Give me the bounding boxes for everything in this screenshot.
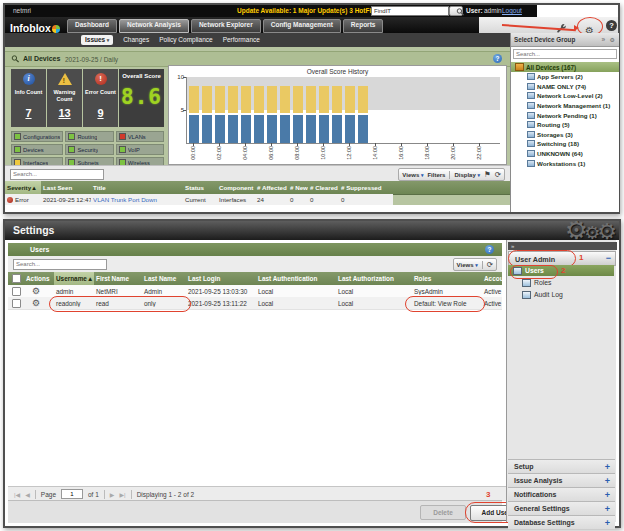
tree-item-network-management-1-[interactable]: Network Management (1) [511, 101, 619, 111]
last-authorization-cell: Local [336, 300, 412, 307]
tree-item-network-pending-1-[interactable]: Network Pending (1) [511, 110, 619, 120]
counter-value[interactable]: 9 [83, 107, 118, 119]
display-button[interactable]: Display ▾ [454, 172, 480, 178]
issues-header-title[interactable]: Title [91, 181, 183, 194]
accordion-database-settings[interactable]: Database Settings+ [508, 515, 615, 529]
select-all-checkbox[interactable] [12, 274, 21, 283]
tree-item-routing-5-[interactable]: Routing (5) [511, 120, 619, 130]
issues-header-cleared[interactable]: # Cleared [308, 181, 339, 194]
filters-button[interactable]: Filters [427, 172, 445, 178]
refresh-icon[interactable]: ⟳ [487, 260, 493, 269]
refresh-icon[interactable]: ⟳ [495, 170, 501, 179]
row-checkbox[interactable] [12, 299, 21, 308]
nav-tab-network-analysis[interactable]: Network Analysis [119, 19, 189, 33]
expand-plus-icon[interactable]: + [605, 490, 610, 500]
users-header-actions[interactable]: Actions [24, 272, 54, 285]
tree-item-unknown-64-[interactable]: UNKNOWN (64) [511, 149, 619, 159]
users-help-icon[interactable]: ? [485, 245, 494, 254]
users-header-last-authentication[interactable]: Last Authentication [256, 272, 336, 285]
sidebar-item-audit-log[interactable]: Audit Log [516, 289, 614, 300]
counter-value[interactable]: 7 [11, 107, 46, 119]
category-configurations[interactable]: Configurations [11, 131, 63, 142]
scope-group-name[interactable]: All Devices [23, 55, 60, 62]
issues-header-status[interactable]: Status [183, 181, 217, 194]
issues-header-affected[interactable]: # Affected [255, 181, 288, 194]
users-header-last-name[interactable]: Last Name [142, 272, 186, 285]
tree-item-name-only-74-[interactable]: NAME ONLY (74) [511, 82, 619, 92]
tree-item-network-low-level-2-[interactable]: Network Low-Level (2) [511, 91, 619, 101]
users-header-first-name[interactable]: First Name [94, 272, 142, 285]
nav-tab-dashboard[interactable]: Dashboard [67, 19, 117, 33]
issues-header-component[interactable]: Component [217, 181, 255, 194]
users-header-username[interactable]: Username ▲ [54, 272, 94, 285]
dashboard-help-icon[interactable]: ? [493, 54, 502, 63]
users-search-input[interactable] [13, 259, 107, 270]
users-views-button[interactable]: Views ▾ [457, 262, 478, 268]
accordion-general-settings[interactable]: General Settings+ [508, 501, 615, 515]
findit-search-input[interactable] [371, 6, 449, 16]
sub-tab-changes[interactable]: Changes [123, 35, 149, 45]
nav-tab-network-explorer[interactable]: Network Explorer [191, 19, 261, 33]
category-vlans[interactable]: VLANs [116, 131, 164, 142]
tree-item-workstations-1-[interactable]: Workstations (1) [511, 158, 619, 168]
category-devices[interactable]: Devices [11, 144, 63, 155]
expand-plus-icon[interactable]: + [605, 518, 610, 528]
accordion-setup[interactable]: Setup+ [508, 459, 615, 473]
panel-collapse-icon[interactable]: » [601, 36, 605, 43]
issues-header-suppressed[interactable]: # Suppressed [339, 181, 391, 194]
sub-tab-performance[interactable]: Performance [223, 35, 260, 45]
issues-header-lastseen[interactable]: Last Seen [41, 181, 91, 194]
category-voip[interactable]: VoIP [116, 144, 164, 155]
panel-gear-icon[interactable]: ⚙ [610, 36, 615, 43]
device-group-search-input[interactable] [513, 49, 617, 59]
views-button[interactable]: Views ▾ [402, 172, 423, 178]
accordion-issue-analysis[interactable]: Issue Analysis+ [508, 473, 615, 487]
accordion-notifications[interactable]: Notifications+ [508, 487, 615, 501]
category-routing[interactable]: Routing [65, 131, 113, 142]
users-header-roles[interactable]: Roles [412, 272, 482, 285]
users-header-account[interactable]: Account [482, 272, 502, 285]
row-checkbox[interactable] [12, 287, 21, 296]
users-table-row-readonly[interactable]: ⚙readonlyreadonly2021-09-25 13:11:22Loca… [8, 297, 502, 310]
row-actions-gear-icon[interactable]: ⚙ [32, 286, 40, 296]
nav-tab-config-management[interactable]: Config Management [263, 19, 341, 33]
sidebar-item-roles[interactable]: Roles [516, 277, 614, 288]
help-button[interactable]: ? [606, 20, 619, 32]
issue-title-link[interactable]: VLAN Trunk Port Down [93, 196, 157, 203]
row-actions-gear-icon[interactable]: ⚙ [32, 298, 40, 308]
user-admin-section-header[interactable]: User Admin − [508, 251, 616, 266]
wrench-tool-button[interactable] [555, 20, 568, 32]
expand-plus-icon[interactable]: + [605, 504, 610, 514]
settings-gear-button[interactable]: ⚙ [583, 20, 596, 32]
users-header-last-authorization[interactable]: Last Authorization [336, 272, 412, 285]
tree-root-all-devices[interactable]: All Devices (167) [511, 62, 619, 72]
tree-item-switching-18-[interactable]: Switching (18) [511, 139, 619, 149]
category-security[interactable]: Security [65, 144, 113, 155]
first-name-cell: read [94, 300, 142, 307]
expand-plus-icon[interactable]: + [605, 462, 610, 472]
findit-search-button[interactable] [449, 6, 463, 16]
issues-header-new[interactable]: # New [288, 181, 308, 194]
sidebar-collapse-bar[interactable]: » [508, 242, 617, 250]
page-number-input[interactable] [61, 489, 83, 499]
issues-header-severity[interactable]: Severity ▲ [5, 181, 41, 194]
counter-value[interactable]: 13 [47, 107, 82, 119]
last-page-icon[interactable]: ▶| [119, 491, 125, 498]
users-header-last-login[interactable]: Last Login [186, 272, 256, 285]
next-page-icon[interactable]: ▶ [110, 491, 115, 498]
nav-tab-reports[interactable]: Reports [343, 19, 384, 33]
expand-plus-icon[interactable]: + [605, 476, 610, 486]
issues-search-input[interactable] [10, 169, 104, 180]
prev-page-icon[interactable]: ◀ [25, 491, 30, 498]
delete-button[interactable]: Delete [420, 505, 466, 520]
sidebar-item-icon [522, 291, 531, 299]
logout-link[interactable]: Logout [502, 7, 522, 14]
sub-tab-policy-compliance[interactable]: Policy Compliance [159, 35, 212, 45]
tree-item-app-servers-2-[interactable]: App Servers (2) [511, 72, 619, 82]
sidebar-item-users[interactable]: Users [508, 265, 614, 276]
sub-tab-issues[interactable]: Issues ▾ [81, 35, 113, 45]
first-page-icon[interactable]: |◀ [14, 491, 20, 498]
flag-icon[interactable]: ⚑ [484, 170, 491, 179]
collapse-section-icon[interactable]: − [606, 253, 611, 263]
tree-item-storages-3-[interactable]: Storages (3) [511, 130, 619, 140]
